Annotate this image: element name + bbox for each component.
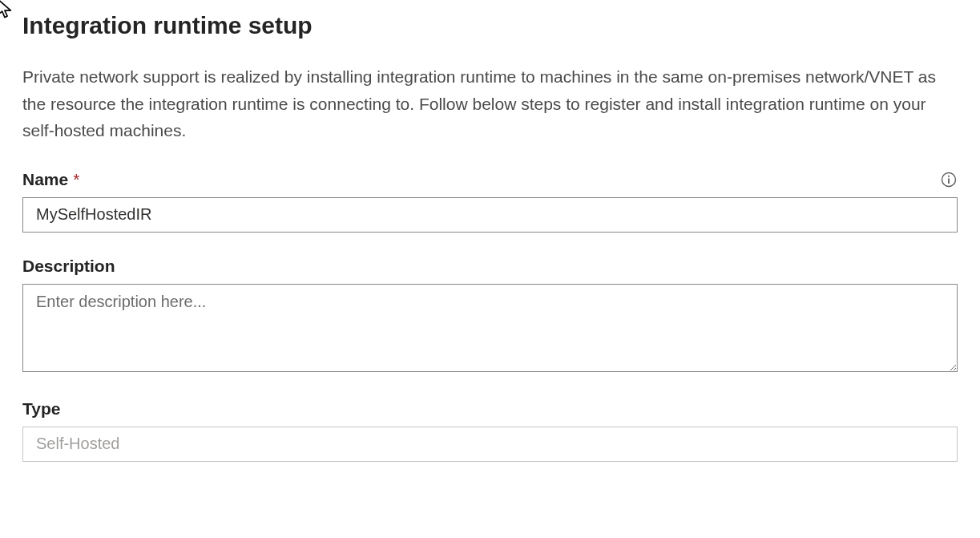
type-field-group: Type (22, 399, 958, 462)
setup-panel: Integration runtime setup Private networ… (0, 0, 980, 508)
svg-point-1 (948, 175, 950, 176)
type-label: Type (22, 399, 60, 419)
svg-rect-2 (948, 178, 950, 184)
type-input (22, 427, 958, 462)
info-icon[interactable] (940, 171, 958, 188)
name-label: Name * (22, 170, 79, 189)
required-star: * (73, 170, 79, 189)
description-textarea[interactable] (22, 284, 958, 372)
name-label-text: Name (22, 170, 68, 189)
intro-description: Private network support is realized by i… (22, 63, 958, 144)
name-input[interactable] (22, 197, 958, 233)
description-field-group: Description (22, 257, 958, 375)
page-title: Integration runtime setup (22, 10, 958, 41)
description-label: Description (22, 257, 115, 276)
name-field-group: Name * (22, 170, 958, 233)
